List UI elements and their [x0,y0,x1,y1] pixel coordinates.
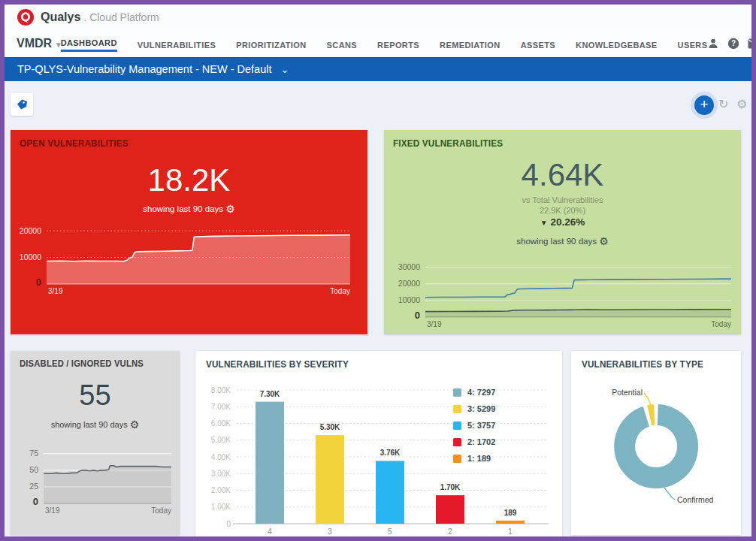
nav-item-remediation[interactable]: REMEDIATION [440,38,500,50]
widget-timerange: showing last 90 days ⚙ [384,235,741,247]
user-icon[interactable] [707,38,719,50]
svg-text:3.00K: 3.00K [211,470,231,478]
svg-text:10000: 10000 [20,252,41,261]
mail-icon[interactable] [748,38,756,49]
legend-swatch [453,422,461,430]
dashboard-title: TP-QLYS-Vulnerability Management - NEW -… [17,63,271,75]
qualys-logo [17,8,35,26]
widget-fixed-vulnerabilities: FIXED VULNERABILITIES 4.64K vs Total Vul… [384,130,741,334]
legend-swatch [453,388,461,397]
svg-text:10000: 10000 [398,295,420,304]
widget-open-vulnerabilities: OPEN VULNERABILITIES 18.2K showing last … [11,130,367,334]
widget-title: DISABLED / IGNORED VULNS [20,358,144,369]
widget-vulnerabilities-by-severity: VULNERABILITIES BY SEVERITY 01.00K2.00K3… [195,351,562,536]
svg-text:0: 0 [36,277,41,288]
svg-text:1.70K: 1.70K [440,483,461,491]
disabled-trend-chart: 75502503/19Today [11,440,180,519]
nav-item-assets[interactable]: ASSETS [521,38,555,50]
nav-item-prioritization[interactable]: PRIORITIZATION [236,38,306,50]
svg-text:6.00K: 6.00K [211,419,231,428]
refresh-icon[interactable]: ↻ [718,97,728,111]
legend-label: 4: 7297 [467,388,495,397]
svg-text:3.76K: 3.76K [380,449,401,457]
nav-item-reports[interactable]: REPORTS [377,38,419,50]
svg-text:?: ? [731,39,736,47]
svg-text:2: 2 [448,527,452,536]
svg-text:20000: 20000 [398,279,420,288]
svg-text:5: 5 [388,527,392,536]
nav-item-dashboard[interactable]: DASHBOARD [61,35,117,52]
nav-item-users[interactable]: USERS [678,38,708,50]
nav-bar: VMDR▾ DASHBOARDVULNERABILITIESPRIORITIZA… [5,30,751,57]
svg-text:8.00K: 8.00K [211,386,231,394]
widget-settings-icon[interactable]: ⚙ [130,419,140,431]
svg-text:5.30K: 5.30K [320,423,340,431]
svg-text:3/19: 3/19 [427,320,442,328]
legend-item[interactable]: 4: 7297 [453,384,495,400]
tag-icon [16,98,29,111]
top-bar: Qualys . Cloud Platform [5,5,751,30]
severity-bar-chart: 01.00K2.00K3.00K4.00K5.00K6.00K7.00K8.00… [195,381,562,539]
svg-text:3/19: 3/19 [48,287,63,295]
chevron-down-icon: ⌄ [280,64,289,75]
disabled-vulns-count[interactable]: 55 [11,379,180,412]
nav-menu: DASHBOARDVULNERABILITIESPRIORITIZATIONSC… [61,30,708,57]
type-donut-chart: PotentialConfirmed [571,373,741,530]
svg-text:4.00K: 4.00K [211,453,231,461]
widget-settings-icon[interactable]: ⚙ [225,203,235,215]
fixed-trend-chart: 30000200001000003/19Today [384,258,741,332]
brand-name: Qualys [41,11,80,24]
svg-text:2.00K: 2.00K [211,486,231,494]
legend-item[interactable]: 1: 189 [453,450,495,467]
svg-text:20000: 20000 [20,226,41,235]
add-widget-button[interactable]: + [694,95,714,115]
svg-text:1: 1 [508,527,513,536]
legend-label: 2: 1702 [467,437,495,446]
svg-text:Potential: Potential [612,388,643,397]
legend-label: 5: 3757 [467,421,495,430]
legend-item[interactable]: 5: 3757 [453,417,495,434]
open-vulnerabilities-count[interactable]: 18.2K [11,162,367,198]
svg-text:1.00K: 1.00K [211,503,231,511]
fixed-vulnerabilities-count[interactable]: 4.64K [384,157,741,193]
settings-gear-icon[interactable]: ⚙ [736,97,747,111]
svg-text:25: 25 [29,482,38,491]
product-switcher-vmdr[interactable]: VMDR▾ [17,37,61,50]
open-trend-chart: 200001000003/19Today [11,219,367,304]
svg-text:3: 3 [328,527,332,536]
widget-vulnerabilities-by-type: VULNERABILITIES BY TYPE PotentialConfirm… [571,351,741,535]
legend-item[interactable]: 2: 1702 [453,434,495,450]
help-icon[interactable]: ? [727,38,739,50]
widget-title: VULNERABILITIES BY TYPE [582,358,703,370]
widget-disabled-ignored-vulns: DISABLED / IGNORED VULNS 55 showing last… [11,351,180,535]
svg-text:0: 0 [415,310,420,321]
legend-item[interactable]: 3: 5299 [453,400,495,417]
svg-text:Today: Today [711,320,731,328]
comparison-value: 22.9K (20%) [384,206,741,215]
widget-title: VULNERABILITIES BY SEVERITY [206,358,349,370]
legend-swatch [453,405,461,413]
svg-text:3/19: 3/19 [45,506,60,515]
svg-text:50: 50 [29,465,38,474]
product-label: VMDR [17,37,52,50]
svg-text:Confirmed: Confirmed [677,495,714,504]
widget-timerange: showing last 90 days ⚙ [11,203,367,215]
nav-item-knowledgebase[interactable]: KNOWLEDGEBASE [576,38,657,50]
svg-text:4: 4 [268,527,272,536]
legend-label: 1: 189 [467,454,491,463]
svg-text:189: 189 [504,509,517,517]
tag-filter-button[interactable] [11,93,33,116]
svg-text:7.30K: 7.30K [260,390,280,398]
svg-text:Today: Today [151,506,171,515]
svg-text:5.00K: 5.00K [211,436,231,444]
svg-text:7.00K: 7.00K [211,403,231,411]
dashboard-selector[interactable]: TP-QLYS-Vulnerability Management - NEW -… [5,57,751,81]
legend-swatch [453,438,461,446]
nav-item-scans[interactable]: SCANS [327,38,358,50]
comparison-label: vs Total Vulnerabilities [384,195,741,204]
widget-settings-icon[interactable]: ⚙ [599,235,609,247]
widget-title: OPEN VULNERABILITIES [20,138,129,149]
svg-text:0: 0 [33,496,38,507]
nav-item-vulnerabilities[interactable]: VULNERABILITIES [138,38,216,50]
brand-suffix: . Cloud Platform [83,11,159,23]
